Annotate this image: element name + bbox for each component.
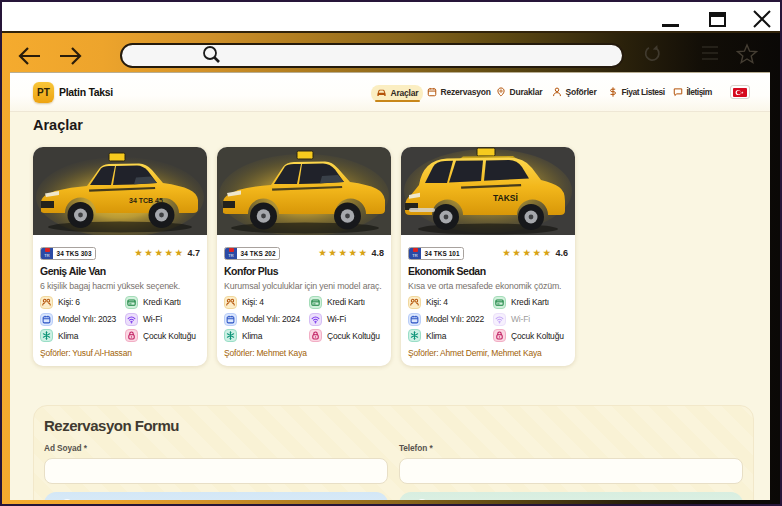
svg-text:TAKSİ: TAKSİ xyxy=(493,193,518,203)
svg-text:34 TCB 45: 34 TCB 45 xyxy=(129,197,163,204)
